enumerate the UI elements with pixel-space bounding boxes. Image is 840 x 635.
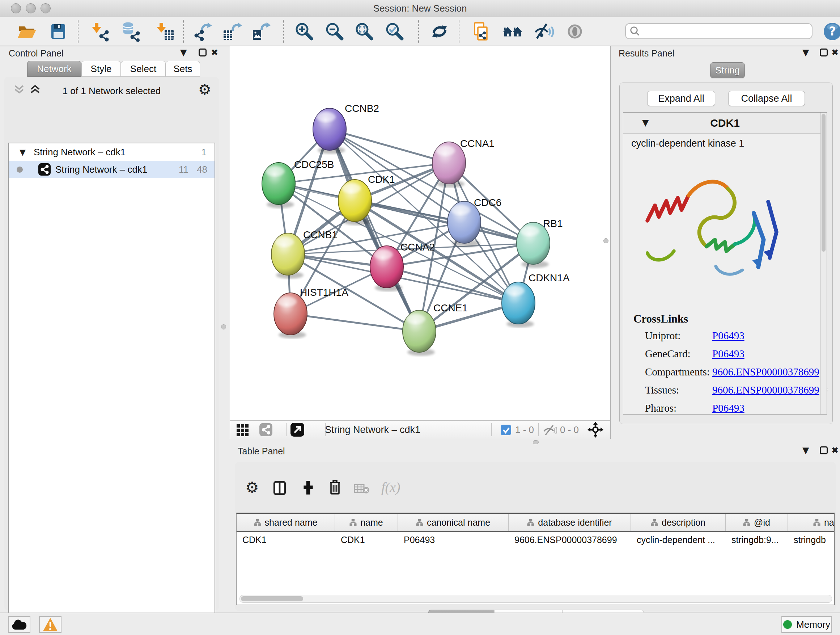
table-column-header[interactable]: shared name <box>237 514 335 531</box>
network-options-gear-icon[interactable]: ⚙ <box>198 81 211 98</box>
table-cell[interactable]: stringdb <box>788 535 835 545</box>
panel-float-icon[interactable] <box>820 49 828 57</box>
results-vscrollbar[interactable] <box>821 112 827 414</box>
save-floppy-icon <box>48 21 68 42</box>
crosslink-label: GeneCard: <box>645 348 691 360</box>
network-canvas[interactable]: CCNB2CCNA1CDC25BCDK1CDC6RB1CCNB1CCNA2CDK… <box>230 46 610 420</box>
network-node[interactable]: HIST1H1A <box>274 287 348 339</box>
network-node[interactable]: CCNE1 <box>403 302 468 356</box>
tab-style[interactable]: Style <box>81 61 121 77</box>
table-cell[interactable]: CDK1 <box>237 535 335 545</box>
search-field[interactable] <box>625 23 813 39</box>
create-column-icon[interactable] <box>301 480 316 495</box>
selected-checkbox-icon[interactable] <box>501 424 511 435</box>
zoom-fit-button[interactable] <box>354 21 375 42</box>
collection-expand-icon[interactable]: ▼ <box>19 148 26 157</box>
crosslink-link[interactable]: P06493 <box>712 330 745 342</box>
string-panel-icon[interactable] <box>259 423 273 437</box>
import-table-file-button[interactable] <box>155 21 176 42</box>
first-neighbors-button[interactable] <box>502 21 523 42</box>
crosslink-link[interactable]: 9606.ENSP00000378699 <box>712 384 819 396</box>
help-icon: ? <box>823 22 840 41</box>
gene-card-header[interactable]: ▼ CDK1 <box>623 112 827 134</box>
network-node[interactable]: CDKN1A <box>502 272 570 328</box>
export-network-button[interactable] <box>192 21 213 42</box>
toolbar-separator <box>459 20 459 43</box>
open-in-window-icon[interactable] <box>290 423 305 437</box>
table-column-header[interactable]: canonical name <box>398 514 508 531</box>
table-column-header[interactable]: name <box>335 514 398 531</box>
clear-column-icon[interactable] <box>354 483 370 494</box>
crosslink-link[interactable]: P06493 <box>712 402 745 414</box>
network-node[interactable]: CDC6 <box>447 197 501 247</box>
warnings-button[interactable] <box>39 616 62 633</box>
table-column-header[interactable]: description <box>631 514 726 531</box>
search-input[interactable] <box>640 24 812 38</box>
crosslink-link[interactable]: 9606.ENSP00000378699 <box>712 366 819 378</box>
delete-columns-trash-icon[interactable] <box>328 479 342 495</box>
tab-select[interactable]: Select <box>121 61 166 77</box>
zoom-out-button[interactable] <box>324 21 345 42</box>
cloud-status-button[interactable] <box>8 616 30 633</box>
table-column-header[interactable]: namespace <box>788 514 835 531</box>
panel-close-icon[interactable]: ✖ <box>831 446 838 455</box>
table-row[interactable]: CDK1CDK1P064939606.ENSP00000378699cyclin… <box>237 532 834 548</box>
right-splitter-handle[interactable] <box>603 238 608 243</box>
panel-collapse-icon[interactable]: ▼ <box>802 48 809 57</box>
import-network-file-button[interactable] <box>90 21 111 42</box>
panel-close-icon[interactable]: ✖ <box>211 48 218 57</box>
collapse-all-button[interactable]: Collapse All <box>728 91 805 106</box>
birdseye-grid-icon[interactable] <box>236 423 249 437</box>
network-node[interactable]: CCNB2 <box>313 103 379 154</box>
left-splitter-handle[interactable] <box>221 325 226 329</box>
network-row-selected[interactable]: String Network – cdk1 11 48 <box>9 161 215 178</box>
window-title: Session: New Session <box>0 0 840 17</box>
table-cell[interactable]: P06493 <box>398 535 508 545</box>
table-cell[interactable]: 9606.ENSP00000378699 <box>508 535 631 545</box>
table-column-header[interactable]: @id <box>726 514 788 531</box>
refresh-view-button[interactable] <box>429 21 450 42</box>
crosslinks-list: Uniprot:P06493GeneCard:P06493Compartment… <box>623 330 827 420</box>
tab-sets[interactable]: Sets <box>166 61 200 77</box>
table-column-header[interactable]: database identifier <box>508 514 631 531</box>
export-table-button[interactable] <box>221 21 242 42</box>
tab-network[interactable]: Network <box>27 61 81 77</box>
table-cell[interactable]: cyclin-dependent ... <box>631 535 726 545</box>
panel-float-icon[interactable] <box>820 447 828 454</box>
network-node[interactable]: CDC25B <box>262 159 334 208</box>
table-cell[interactable]: CDK1 <box>335 535 398 545</box>
memory-label: Memory <box>796 619 830 630</box>
panel-collapse-icon[interactable]: ▼ <box>180 48 187 57</box>
table-hscrollbar[interactable] <box>240 595 832 603</box>
crosslink-link[interactable]: P06493 <box>712 348 745 360</box>
show-all-button[interactable] <box>564 21 585 42</box>
hidden-eye-slash-icon[interactable] <box>543 424 557 435</box>
network-node[interactable]: CCNB1 <box>271 229 338 279</box>
table-options-gear-icon[interactable]: ⚙ <box>245 478 259 496</box>
clone-network-button[interactable] <box>470 21 491 42</box>
memory-button[interactable]: Memory <box>782 616 832 633</box>
network-edge[interactable] <box>291 314 419 331</box>
hide-selected-button[interactable] <box>533 21 554 42</box>
network-node[interactable]: RB1 <box>516 218 562 268</box>
import-network-database-button[interactable] <box>121 21 142 42</box>
network-node-count: 11 <box>179 164 188 175</box>
help-button[interactable]: ? <box>822 21 840 42</box>
panel-float-icon[interactable] <box>199 49 207 57</box>
network-view-toolbar: String Network – cdk1 1 - 0 0 - 0 <box>230 420 610 439</box>
network-collection-row[interactable]: ▼ String Network – cdk1 1 <box>9 143 215 161</box>
collection-count: 1 <box>202 147 207 158</box>
reposition-crosshair-icon[interactable] <box>587 422 603 438</box>
expand-all-button[interactable]: Expand All <box>647 91 715 106</box>
save-session-button[interactable] <box>48 21 69 42</box>
network-node[interactable]: CCNA1 <box>432 138 494 187</box>
show-columns-icon[interactable] <box>273 481 286 495</box>
panel-collapse-icon[interactable]: ▼ <box>802 446 809 455</box>
tab-string[interactable]: String <box>710 62 745 78</box>
table-cell[interactable]: stringdb:9... <box>726 535 788 545</box>
zoom-in-button[interactable] <box>294 21 315 42</box>
export-image-button[interactable] <box>250 21 271 42</box>
open-session-button[interactable] <box>17 21 38 42</box>
zoom-selected-button[interactable] <box>384 21 405 42</box>
panel-close-icon[interactable]: ✖ <box>831 48 838 57</box>
